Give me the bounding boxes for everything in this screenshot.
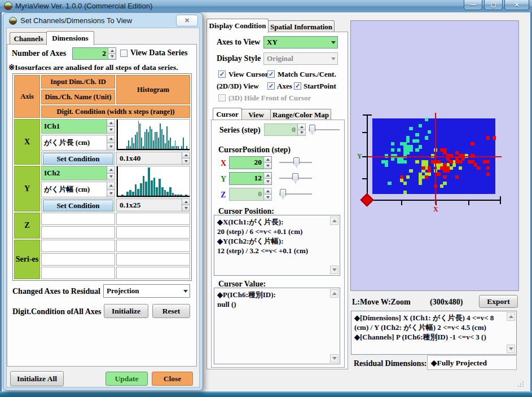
spin-up-icon[interactable] xyxy=(107,120,115,126)
spin-up-icon[interactable] xyxy=(182,152,190,158)
empty-cell xyxy=(116,253,190,266)
spin-down-icon[interactable] xyxy=(107,189,115,197)
cursor-x-slider[interactable] xyxy=(279,157,312,167)
spin-up-icon[interactable] xyxy=(107,135,115,143)
display-style-label: Display Style xyxy=(217,54,261,63)
update-button[interactable]: Update xyxy=(105,372,148,386)
spin-up-icon[interactable] xyxy=(107,182,115,189)
spin-up-icon[interactable] xyxy=(264,173,271,178)
channel-id-y-combo[interactable]: ICh2 xyxy=(41,166,115,180)
spin-up-icon[interactable] xyxy=(108,48,116,54)
minimize-button[interactable]: — xyxy=(464,0,482,10)
channel-name-y-combo[interactable]: がく片幅 (cm) xyxy=(41,182,115,197)
close-button[interactable]: Close xyxy=(152,372,193,386)
view-data-series-checkbox[interactable]: ✓ xyxy=(120,50,127,57)
tab-view[interactable]: View xyxy=(241,109,271,121)
scroll-down-icon[interactable] xyxy=(330,266,338,274)
view-cursor-checkbox[interactable]: ✓ xyxy=(218,70,226,78)
spin-down-icon[interactable] xyxy=(264,162,271,169)
histogram-y xyxy=(117,166,190,197)
initialize-all-button[interactable]: Initialize All xyxy=(10,371,64,386)
histogram-x xyxy=(117,120,190,150)
scroll-down-icon[interactable] xyxy=(507,345,515,353)
tab-cursor[interactable]: Cursor xyxy=(213,108,242,121)
spin-down-icon[interactable] xyxy=(298,130,305,136)
series-step-label: Series (step) xyxy=(219,126,261,135)
spin-up-icon[interactable] xyxy=(107,166,115,173)
cursor-y-slider[interactable] xyxy=(279,173,312,183)
dialog-close-button[interactable]: ✕ xyxy=(176,15,198,27)
cursor-y-spinner[interactable]: 12 xyxy=(229,172,272,185)
match-cursor-checkbox[interactable]: ✓ xyxy=(267,70,275,78)
heatmap-cell xyxy=(437,173,440,176)
slider-thumb[interactable] xyxy=(293,157,300,167)
spin-down-icon[interactable] xyxy=(182,158,190,164)
export-button[interactable]: Export xyxy=(479,295,518,308)
scroll-up-icon[interactable] xyxy=(330,217,338,225)
heatmap-cell xyxy=(409,145,412,148)
spin-up-icon[interactable] xyxy=(182,199,190,205)
plot-view[interactable]: Y X xyxy=(350,20,519,291)
spin-down-icon[interactable] xyxy=(107,143,115,151)
tab-range-color-map[interactable]: Range/Color Map xyxy=(270,109,331,121)
tab-display-condition[interactable]: Display Condition xyxy=(206,19,269,33)
spin-down-icon[interactable] xyxy=(107,173,115,180)
spin-down-icon[interactable] xyxy=(182,205,190,211)
series-slider[interactable] xyxy=(309,125,340,135)
reset-button[interactable]: Reset xyxy=(152,304,190,318)
scroll-down-icon[interactable] xyxy=(330,354,338,363)
chevron-down-icon xyxy=(181,285,190,297)
slider-thumb[interactable] xyxy=(309,125,315,135)
initialize-button[interactable]: Initialize xyxy=(104,304,148,318)
spin-up-icon[interactable] xyxy=(264,157,271,162)
cursor-position-textarea[interactable]: ◆X(ICh1:がく片長): 20 (step) / 6 <=v< +0.1 (… xyxy=(214,215,340,276)
set-condition-x-button[interactable]: Set Condition xyxy=(43,153,113,165)
series-spinner[interactable]: 0 xyxy=(264,123,306,136)
heatmap-cell xyxy=(415,148,419,152)
heatmap-cell xyxy=(391,157,394,161)
resize-grip[interactable] xyxy=(518,381,525,388)
spin-down-icon[interactable] xyxy=(264,178,271,184)
close-window-button[interactable]: ✕ xyxy=(504,0,529,10)
digit-y-spinner[interactable]: 0.1x25 xyxy=(117,199,190,211)
cursor-crosshair-horizontal[interactable] xyxy=(368,156,502,157)
cursor-crosshair-vertical[interactable] xyxy=(435,113,436,204)
maximize-button[interactable]: ▢ xyxy=(484,0,503,10)
cursor-value-textarea[interactable]: ◆P(ICh6:種別ID): null () xyxy=(214,288,340,364)
spin-down-icon[interactable] xyxy=(107,126,115,134)
spin-down-icon[interactable] xyxy=(108,54,116,60)
y-axis-tick xyxy=(362,132,367,133)
dimensions-info-textarea[interactable]: ◆[Dimensions] X (ICh1: がく片長) 4 <=v< 8 (c… xyxy=(351,311,517,355)
window-titlebar[interactable]: MyriaView Ver. 1.0.0 (Commercial Edition… xyxy=(0,0,532,13)
viewer-size: (300x480) xyxy=(430,298,463,307)
number-of-axes-spinner[interactable]: 2 xyxy=(72,47,116,60)
digit-x-spinner[interactable]: 0.1x40 xyxy=(117,152,190,164)
heatmap-cell xyxy=(425,160,428,164)
channel-id-x-combo[interactable]: ICh1 xyxy=(41,119,115,134)
slider-thumb[interactable] xyxy=(292,173,298,183)
set-condition-y-button[interactable]: Set Condition xyxy=(43,200,113,211)
changed-axes-combo[interactable]: Projection xyxy=(103,284,190,298)
channel-name-x-combo[interactable]: がく片長 (cm) xyxy=(41,135,115,151)
set-channels-dialog[interactable]: Set Channels/Dimensions To View ✕ Channe… xyxy=(3,12,203,391)
view-cursor-label: View Cursor xyxy=(228,70,269,79)
tab-dimensions[interactable]: Dimensions xyxy=(46,31,94,45)
heatmap-cell xyxy=(449,166,452,170)
scroll-up-icon[interactable] xyxy=(330,289,338,298)
heatmap-cell xyxy=(400,175,403,179)
axis-y-cell: Y xyxy=(14,166,40,211)
isosurface-note: ※Isosurfaces are analised for all steps … xyxy=(8,63,178,72)
spin-up-icon[interactable] xyxy=(298,124,305,130)
tab-spatial-information[interactable]: Spatial Information xyxy=(268,20,335,33)
scroll-up-icon[interactable] xyxy=(507,312,515,321)
startpoint-checkbox[interactable]: ✓ xyxy=(294,82,301,90)
y-axis-tick xyxy=(362,178,367,179)
axes-to-view-combo[interactable]: XY xyxy=(263,36,338,48)
axes-checkbox[interactable]: ✓ xyxy=(267,82,275,90)
empty-cell xyxy=(41,226,115,239)
tab-channels[interactable]: Channels xyxy=(10,32,47,45)
slider-thumb xyxy=(280,189,286,199)
cursor-position-step-label: CursorPosition (step) xyxy=(218,145,291,155)
cursor-x-spinner[interactable]: 20 xyxy=(229,156,272,169)
hide-front-checkbox: ✓ xyxy=(218,94,226,102)
